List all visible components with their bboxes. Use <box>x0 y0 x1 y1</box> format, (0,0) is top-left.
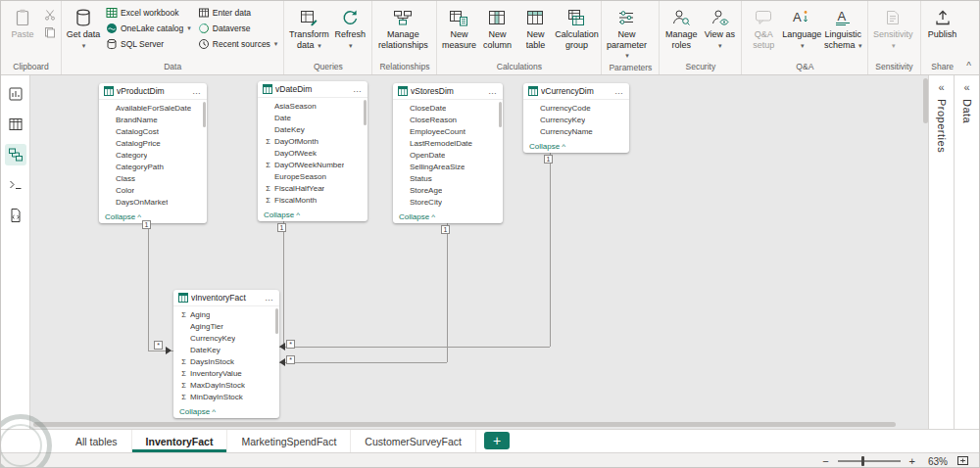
table-field[interactable]: AsiaSeason <box>258 100 368 112</box>
collapse-table-link[interactable]: Collapse ^ <box>264 211 300 219</box>
dax-query-view-button[interactable] <box>5 174 26 196</box>
table-more-options-button[interactable]: … <box>353 84 363 94</box>
zoom-in-button[interactable]: + <box>909 456 915 467</box>
table-field[interactable]: ΣDaysInStock <box>173 355 279 367</box>
new-column-button[interactable]: New column <box>478 4 515 50</box>
transform-data-button[interactable]: Transform data ▾ <box>287 4 330 51</box>
table-field[interactable]: CurrencyKey <box>173 332 279 344</box>
expand-properties-icon[interactable]: « <box>938 82 944 92</box>
recent-sources-button[interactable]: Recent sources▾ <box>195 36 281 51</box>
manage-relationships-button[interactable]: Manage relationships <box>375 4 430 50</box>
table-field[interactable]: AvailableForSaleDate <box>99 102 207 114</box>
model-table-card[interactable]: vInventoryFact…ΣAgingAgingTierCurrencyKe… <box>173 290 279 418</box>
refresh-button[interactable]: Refresh ▾ <box>331 4 368 51</box>
table-field[interactable]: AgingTier <box>173 320 279 332</box>
relationship-line[interactable] <box>283 347 550 348</box>
collapse-table-link[interactable]: Collapse ^ <box>399 212 435 221</box>
model-canvas[interactable]: vProductDim…AvailableForSaleDateBrandNam… <box>30 75 930 429</box>
table-field[interactable]: DateKey <box>173 344 279 355</box>
table-field[interactable]: DayOfWeek <box>258 147 368 159</box>
table-card-scrollbar[interactable] <box>499 102 502 127</box>
table-field[interactable]: Status <box>393 172 503 184</box>
table-more-options-button[interactable]: … <box>488 86 498 96</box>
collapse-table-link[interactable]: Collapse ^ <box>529 142 565 151</box>
table-field[interactable]: CategoryPath <box>99 161 207 172</box>
table-card-header[interactable]: vInventoryFact… <box>173 290 279 306</box>
relationship-line[interactable] <box>148 223 149 351</box>
table-field[interactable]: ΣDayOfWeekNumber <box>258 159 368 170</box>
table-field[interactable]: CatalogCost <box>99 125 207 137</box>
paste-button[interactable]: Paste <box>4 4 41 40</box>
calculation-group-button[interactable]: Calculation group <box>555 4 598 50</box>
relationship-line[interactable] <box>283 221 284 347</box>
new-table-button[interactable]: New table <box>516 4 554 50</box>
zoom-out-button[interactable]: − <box>822 456 828 467</box>
table-field[interactable]: DaysOnMarket <box>99 196 207 208</box>
sensitivity-button[interactable]: Sensitivity ▾ <box>871 4 914 51</box>
table-card-scrollbar[interactable] <box>364 100 367 125</box>
table-field[interactable]: CurrencyCode <box>523 102 629 114</box>
table-tab-inventoryfact[interactable]: InventoryFact <box>132 430 228 452</box>
properties-pane-label[interactable]: Properties <box>936 99 948 153</box>
table-more-options-button[interactable]: … <box>614 86 624 96</box>
table-field[interactable]: StoreAge <box>393 184 503 196</box>
table-card-header[interactable]: vCurrencyDim… <box>523 83 629 100</box>
model-table-card[interactable]: vStoresDim…CloseDateCloseReasonEmployeeC… <box>393 83 503 223</box>
table-field[interactable]: Class <box>99 172 207 184</box>
table-field[interactable]: Category <box>99 149 207 161</box>
canvas-vertical-scrollbar[interactable] <box>923 78 928 123</box>
data-pane-label[interactable]: Data <box>961 99 973 123</box>
table-field[interactable]: ΣMaxDayInStock <box>173 379 279 391</box>
table-field[interactable]: ΣDayOfMonth <box>258 135 368 147</box>
sql-server-button[interactable]: SQL Server <box>103 36 194 51</box>
table-field[interactable]: ΣFiscalHalfYear <box>258 182 368 194</box>
zoom-slider[interactable] <box>838 460 901 462</box>
canvas-horizontal-scrollbar[interactable] <box>33 422 896 427</box>
add-table-tab-button[interactable]: + <box>484 432 510 449</box>
table-card-scrollbar[interactable] <box>275 308 278 334</box>
relationship-line[interactable] <box>550 153 551 347</box>
table-field[interactable]: CurrencyName <box>523 125 629 137</box>
publish-button[interactable]: Publish <box>924 4 961 40</box>
get-data-button[interactable]: Get data ▾ <box>65 4 102 51</box>
collapse-table-link[interactable]: Collapse ^ <box>179 407 216 416</box>
enter-data-button[interactable]: Enter data <box>195 5 281 20</box>
zoom-slider-thumb[interactable] <box>861 456 864 466</box>
table-field[interactable]: ΣFiscalMonth <box>258 194 368 206</box>
table-field[interactable]: SellingAreaSize <box>393 161 503 172</box>
table-more-options-button[interactable]: … <box>265 293 274 303</box>
table-field[interactable]: StoreCity <box>393 196 503 208</box>
table-field[interactable]: ΣAging <box>173 308 279 320</box>
relationship-line[interactable] <box>447 223 448 362</box>
table-tab-customersurveyfact[interactable]: CustomerSurveyFact <box>351 430 476 452</box>
new-measure-button[interactable]: New measure <box>440 4 477 50</box>
language-button[interactable]: A Language ▾ <box>783 4 820 51</box>
fit-to-page-button[interactable] <box>956 454 969 468</box>
manage-roles-button[interactable]: Manage roles <box>662 4 700 50</box>
new-parameter-button[interactable]: New parameter ▾ <box>605 4 648 62</box>
dataverse-button[interactable]: Dataverse <box>195 21 281 35</box>
collapse-ribbon-button[interactable]: ^ <box>966 62 971 71</box>
cut-icon[interactable] <box>42 8 58 22</box>
copy-icon[interactable] <box>42 25 58 39</box>
table-field[interactable]: CurrencyKey <box>523 114 629 125</box>
collapse-table-link[interactable]: Collapse ^ <box>105 212 141 221</box>
expand-data-icon[interactable]: « <box>963 82 969 92</box>
table-field[interactable]: CloseDate <box>393 102 503 114</box>
onelake-catalog-button[interactable]: OneLake catalog▾ <box>103 21 194 35</box>
table-field[interactable]: CloseReason <box>393 114 503 125</box>
table-more-options-button[interactable]: … <box>192 86 202 96</box>
table-field[interactable]: EmployeeCount <box>393 125 503 137</box>
table-view-button[interactable] <box>5 114 26 135</box>
table-tab-all-tables[interactable]: All tables <box>62 430 132 452</box>
table-card-header[interactable]: vDateDim… <box>258 81 368 98</box>
table-field[interactable]: DateKey <box>258 123 368 135</box>
relationship-line[interactable] <box>279 362 447 363</box>
table-card-header[interactable]: vStoresDim… <box>393 83 503 100</box>
model-table-card[interactable]: vDateDim…AsiaSeasonDateDateKeyΣDayOfMont… <box>258 81 368 221</box>
table-field[interactable]: ΣInventoryValue <box>173 367 279 379</box>
table-field[interactable]: LastRemodelDate <box>393 137 503 149</box>
table-field[interactable]: CatalogPrice <box>99 137 207 149</box>
model-table-card[interactable]: vProductDim…AvailableForSaleDateBrandNam… <box>99 83 207 223</box>
qa-setup-button[interactable]: Q&A setup <box>745 4 782 50</box>
